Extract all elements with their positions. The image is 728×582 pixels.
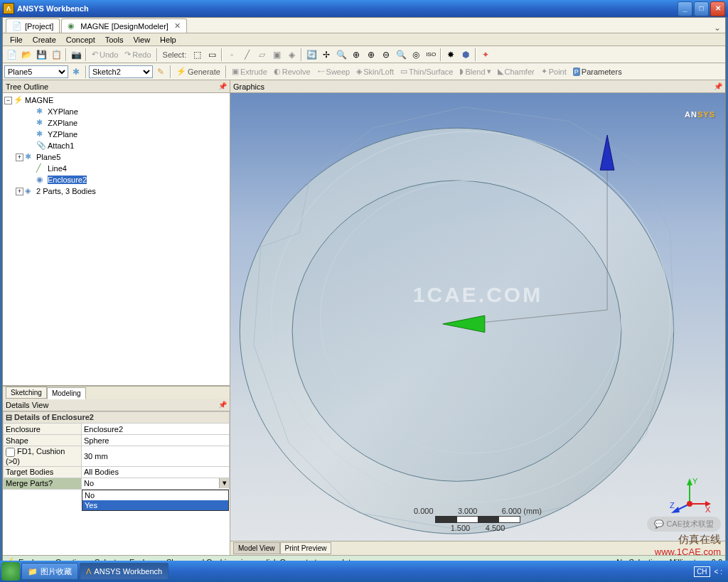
menu-help[interactable]: Help bbox=[156, 35, 181, 45]
pin-icon[interactable]: 📌 bbox=[218, 401, 227, 409]
tree-node-yzplane[interactable]: ✱YZPlane bbox=[4, 129, 228, 140]
select-line-icon[interactable]: ╱ bbox=[240, 48, 254, 62]
menu-create[interactable]: Create bbox=[28, 35, 60, 45]
color-icon[interactable]: ✦ bbox=[478, 48, 493, 62]
revolve-button[interactable]: ◐Revolve bbox=[271, 67, 314, 76]
new-plane-icon[interactable]: ✱ bbox=[69, 65, 83, 79]
tree-tabs: Sketching Modeling bbox=[3, 386, 230, 399]
tree-outline[interactable]: −⚡ MAGNE ✱XYPlane ✱ZXPlane ✱YZPlane 📎Att… bbox=[3, 93, 230, 386]
menubar: File Create Concept Tools View Help bbox=[3, 33, 725, 46]
close-button[interactable]: ✕ bbox=[710, 1, 725, 16]
tab-model-view[interactable]: Model View bbox=[233, 542, 280, 554]
select-face-icon[interactable]: ▱ bbox=[255, 48, 269, 62]
new-sketch-icon[interactable]: ✎ bbox=[154, 65, 168, 79]
plane-combo[interactable]: Plane5 bbox=[4, 65, 68, 78]
details-row-target[interactable]: Target BodiesAll Bodies bbox=[4, 466, 230, 478]
details-row-enclosure[interactable]: EnclosureEnclosure2 bbox=[4, 424, 230, 435]
display-icon[interactable]: ⬢ bbox=[459, 48, 473, 62]
select-label: Select: bbox=[160, 50, 190, 59]
model-render bbox=[230, 93, 725, 541]
blend-button[interactable]: ◗Blend ▾ bbox=[456, 67, 493, 76]
thinsurface-button[interactable]: ▭Thin/Surface bbox=[397, 67, 456, 76]
tab-dropdown-icon[interactable]: ⌄ bbox=[714, 23, 725, 33]
tree-node-plane5[interactable]: +✱Plane5 bbox=[4, 151, 228, 163]
start-button[interactable] bbox=[1, 562, 20, 581]
menu-file[interactable]: File bbox=[6, 35, 27, 45]
camera-icon[interactable]: 📷 bbox=[69, 48, 83, 62]
tab-close-icon[interactable]: ✕ bbox=[174, 21, 181, 31]
zoom-out-icon[interactable]: ⊖ bbox=[379, 48, 393, 62]
menu-concept[interactable]: Concept bbox=[62, 35, 100, 45]
lookat-prev-icon[interactable]: ◎ bbox=[409, 48, 423, 62]
dropdown-option-yes[interactable]: Yes bbox=[82, 500, 228, 510]
sketch-combo[interactable]: Sketch2 bbox=[89, 65, 153, 78]
zoom-box-icon[interactable]: 🔍 bbox=[334, 48, 348, 62]
undo-button[interactable]: ↶Undo bbox=[89, 50, 121, 59]
zoom-fit-icon[interactable]: ⊕ bbox=[349, 48, 363, 62]
sweep-button[interactable]: ⬳Sweep bbox=[314, 68, 353, 76]
menu-view[interactable]: View bbox=[129, 35, 154, 45]
tab-designmodeler[interactable]: ◉ MAGNE [DesignModeler] ✕ bbox=[61, 18, 187, 33]
select-all-icon[interactable]: ◈ bbox=[284, 48, 299, 62]
export-icon[interactable]: 📋 bbox=[49, 48, 63, 62]
tab-print-preview[interactable]: Print Preview bbox=[280, 542, 332, 554]
svg-text:Z: Z bbox=[670, 501, 675, 510]
graphics-viewport[interactable]: ANSYS 1CAE.COM X Y Z 0.0003.0006.000 (mm… bbox=[230, 93, 725, 541]
generate-button[interactable]: ⚡Generate bbox=[173, 67, 223, 76]
tree-node-line4[interactable]: ╱Line4 bbox=[4, 163, 228, 174]
redo-button[interactable]: ↷Redo bbox=[122, 50, 154, 59]
zoom-in-icon[interactable]: ⊕ bbox=[364, 48, 378, 62]
suppress-icon[interactable]: ✸ bbox=[444, 48, 458, 62]
dropdown-arrow-icon[interactable]: ▾ bbox=[219, 478, 229, 488]
merge-dropdown-list[interactable]: No Yes bbox=[82, 490, 229, 511]
rotate-icon[interactable]: 🔄 bbox=[304, 48, 318, 62]
window-title: ANSYS Workbench bbox=[17, 4, 89, 13]
scale-ruler: 0.0003.0006.000 (mm) 1.5004.500 bbox=[414, 507, 542, 532]
separator bbox=[170, 65, 171, 78]
menu-tools[interactable]: Tools bbox=[101, 35, 128, 45]
select-edge-icon[interactable]: ▭ bbox=[205, 48, 219, 62]
view-triad[interactable]: X Y Z bbox=[668, 477, 711, 519]
svg-marker-6 bbox=[600, 135, 614, 170]
pan-icon[interactable]: ✢ bbox=[319, 48, 333, 62]
maximize-button[interactable]: □ bbox=[694, 1, 709, 16]
select-point-icon[interactable]: ◦ bbox=[225, 48, 239, 62]
tray-icon[interactable]: < : bbox=[714, 568, 722, 576]
lookat-icon[interactable]: 🔍 bbox=[394, 48, 408, 62]
taskbar-item-pictures[interactable]: 📁图片收藏 bbox=[21, 563, 78, 580]
taskbar-item-ansys[interactable]: ΛANSYS Workbench bbox=[80, 563, 168, 580]
graphics-label: Graphics bbox=[233, 82, 264, 91]
select-vertex-icon[interactable]: ⬚ bbox=[190, 48, 204, 62]
extrude-button[interactable]: ▣Extrude bbox=[229, 67, 270, 76]
pin-icon[interactable]: 📌 bbox=[714, 82, 722, 90]
save-icon[interactable]: 💾 bbox=[34, 48, 48, 62]
skinloft-button[interactable]: ◈Skin/Loft bbox=[353, 67, 397, 76]
details-row-shape[interactable]: ShapeSphere bbox=[4, 435, 230, 446]
tree-node-enclosure2[interactable]: ◉Enclosure2 bbox=[4, 174, 228, 185]
details-row-cushion[interactable]: FD1, Cushion (>0)30 mm bbox=[4, 446, 230, 467]
open-icon[interactable]: 📂 bbox=[19, 48, 33, 62]
new-icon[interactable]: 📄 bbox=[4, 48, 18, 62]
iso-icon[interactable]: ISO bbox=[424, 48, 438, 62]
tab-modeling[interactable]: Modeling bbox=[47, 387, 86, 399]
tab-project[interactable]: 📄 [Project] bbox=[6, 18, 60, 33]
tree-node-xyplane[interactable]: ✱XYPlane bbox=[4, 106, 228, 117]
pin-icon[interactable]: 📌 bbox=[218, 82, 227, 90]
select-body-icon[interactable]: ▣ bbox=[269, 48, 284, 62]
tree-root[interactable]: −⚡ MAGNE bbox=[4, 95, 228, 106]
dropdown-option-no[interactable]: No bbox=[82, 490, 228, 500]
tree-node-parts[interactable]: +◈2 Parts, 3 Bodies bbox=[4, 185, 228, 197]
tab-sketching[interactable]: Sketching bbox=[6, 387, 47, 399]
tree-node-zxplane[interactable]: ✱ZXPlane bbox=[4, 117, 228, 129]
details-row-merge[interactable]: Merge Parts? No▾ No Yes bbox=[4, 478, 230, 489]
minimize-button[interactable]: _ bbox=[678, 1, 692, 16]
parameters-button[interactable]: PParameters bbox=[570, 68, 625, 76]
tree-node-attach1[interactable]: 📎Attach1 bbox=[4, 140, 228, 151]
point-button[interactable]: ✦Point bbox=[538, 67, 569, 76]
chamfer-button[interactable]: ◣Chamfer bbox=[495, 67, 537, 76]
cushion-checkbox[interactable] bbox=[6, 448, 15, 457]
svg-text:Y: Y bbox=[692, 477, 698, 485]
lang-indicator[interactable]: CH bbox=[694, 566, 710, 577]
details-grid: ⊟ Details of Enclosure2 EnclosureEnclosu… bbox=[3, 411, 230, 555]
ansys-logo: ANSYS bbox=[685, 100, 715, 122]
